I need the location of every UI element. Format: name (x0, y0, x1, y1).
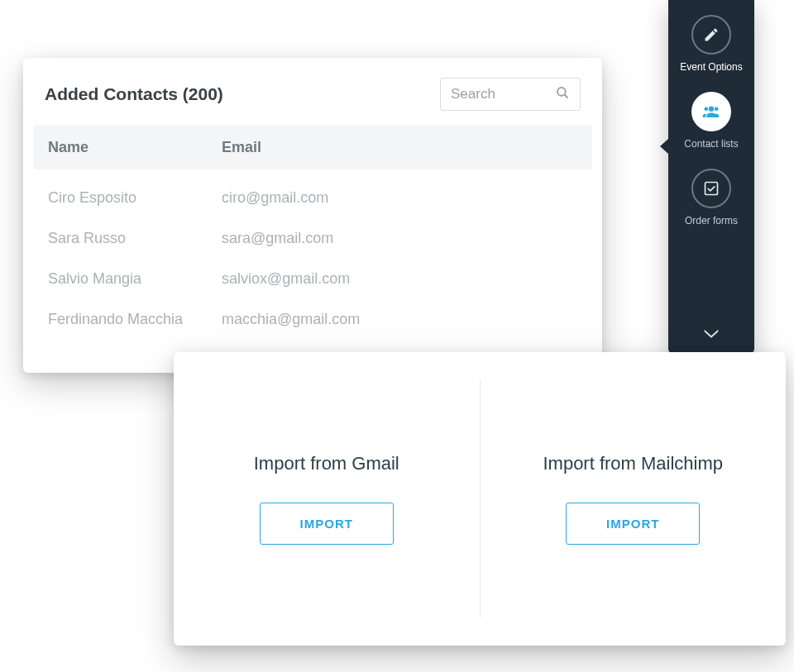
column-header-name: Name (48, 139, 222, 156)
contacts-title: Added Contacts (200) (45, 84, 223, 104)
cell-email: macchia@gmail.com (222, 311, 577, 328)
search-input[interactable] (451, 86, 555, 102)
import-option-gmail: Import from Gmail IMPORT (174, 352, 480, 646)
search-box[interactable] (440, 78, 581, 111)
cell-name: Salvio Mangia (48, 270, 222, 288)
table-header-row: Name Email (33, 126, 592, 169)
sidebar-item-label: Order forms (685, 215, 738, 227)
import-card: Import from Gmail IMPORT Import from Mai… (174, 352, 786, 646)
table-body: Ciro Esposito ciro@gmail.com Sara Russo … (33, 169, 592, 340)
checkbox-icon (691, 169, 731, 208)
search-icon[interactable] (555, 85, 570, 103)
contacts-card: Added Contacts (200) Name Email Ciro Esp… (23, 58, 602, 373)
table-row[interactable]: Ciro Esposito ciro@gmail.com (48, 178, 577, 218)
cell-email: ciro@gmail.com (222, 189, 577, 207)
sidebar-item-order-forms[interactable]: Order forms (685, 169, 738, 227)
contacts-header: Added Contacts (200) (23, 58, 602, 126)
pencil-icon (691, 15, 731, 55)
table-row[interactable]: Ferdinando Macchia macchia@gmail.com (48, 299, 577, 340)
sidebar-active-pointer (660, 139, 668, 154)
table-row[interactable]: Sara Russo sara@gmail.com (48, 218, 577, 259)
cell-name: Ferdinando Macchia (48, 311, 222, 328)
users-icon (691, 92, 731, 131)
cell-name: Sara Russo (48, 230, 222, 247)
import-option-mailchimp: Import from Mailchimp IMPORT (481, 352, 787, 646)
options-sidebar: Event Options Contact lists Order forms (668, 0, 754, 354)
import-button-mailchimp[interactable]: IMPORT (566, 503, 700, 545)
column-header-email: Email (222, 139, 577, 156)
sidebar-item-label: Contact lists (684, 138, 738, 150)
table-row[interactable]: Salvio Mangia salviox@gmail.com (48, 259, 577, 299)
svg-rect-2 (705, 183, 717, 195)
sidebar-item-event-options[interactable]: Event Options (680, 15, 742, 74)
sidebar-item-contact-lists[interactable]: Contact lists (684, 92, 738, 150)
import-button-gmail[interactable]: IMPORT (260, 503, 394, 545)
contacts-table: Name Email Ciro Esposito ciro@gmail.com … (23, 126, 602, 340)
import-title: Import from Mailchimp (543, 453, 723, 474)
cell-name: Ciro Esposito (48, 189, 222, 207)
sidebar-item-label: Event Options (680, 61, 742, 74)
cell-email: salviox@gmail.com (222, 270, 577, 288)
chevron-down-icon[interactable] (703, 327, 720, 342)
svg-line-1 (564, 94, 567, 98)
cell-email: sara@gmail.com (222, 230, 577, 247)
import-title: Import from Gmail (254, 453, 399, 474)
